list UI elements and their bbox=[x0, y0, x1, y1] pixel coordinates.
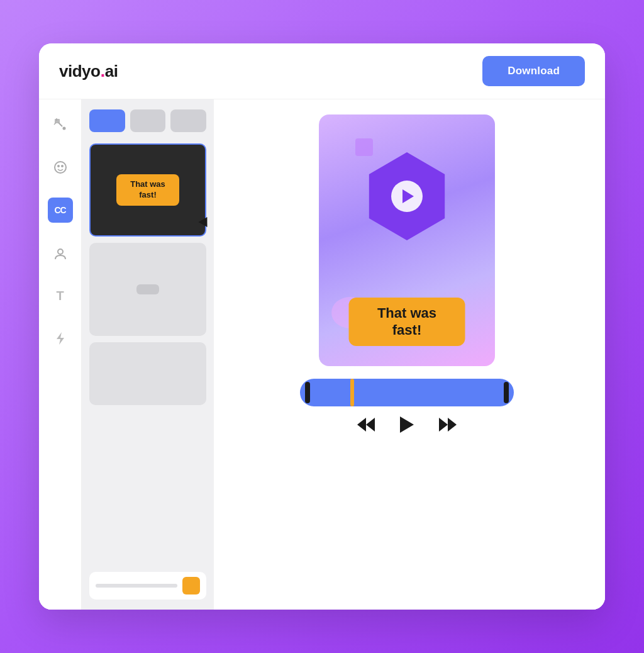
cursor-arrow bbox=[199, 217, 212, 230]
timeline-handle-right[interactable] bbox=[504, 382, 509, 403]
forward-button[interactable] bbox=[439, 418, 457, 432]
video-caption-overlay: That wasfast! bbox=[349, 298, 465, 346]
svg-line-3 bbox=[54, 123, 56, 125]
clip-caption-1: That was fast! bbox=[116, 174, 179, 206]
content-area: CC T bbox=[39, 99, 605, 610]
clip-card-1[interactable]: That was fast! bbox=[89, 143, 206, 237]
main-card: vidyo.ai Download bbox=[39, 43, 605, 610]
svg-point-8 bbox=[58, 249, 63, 254]
rewind-button[interactable] bbox=[357, 418, 375, 432]
clip-caption-2 bbox=[136, 284, 159, 294]
logo-ai: ai bbox=[105, 62, 118, 81]
svg-marker-14 bbox=[448, 418, 457, 432]
svg-marker-10 bbox=[366, 418, 375, 432]
captions-icon[interactable]: CC bbox=[48, 198, 73, 223]
purple-rect-decoration bbox=[355, 138, 373, 156]
play-icon bbox=[400, 416, 414, 433]
svg-point-2 bbox=[63, 128, 65, 130]
play-triangle-icon bbox=[402, 189, 414, 203]
hexagon-shape bbox=[363, 152, 451, 240]
preview-area: That wasfast! bbox=[214, 99, 605, 610]
panel-bottom-bar bbox=[89, 572, 206, 600]
clip-caption-text-1: That was fast! bbox=[130, 179, 165, 199]
panel-tab-1[interactable] bbox=[89, 109, 125, 132]
emoji-icon[interactable] bbox=[48, 155, 73, 180]
sidebar: CC T bbox=[39, 99, 82, 610]
logo-text: vidyo bbox=[59, 62, 100, 81]
timeline-container bbox=[229, 379, 585, 433]
panel: That was fast! bbox=[82, 99, 214, 610]
video-preview: That wasfast! bbox=[319, 114, 495, 366]
magic-wand-icon[interactable] bbox=[48, 112, 73, 137]
face-icon[interactable] bbox=[48, 240, 73, 265]
timeline-handle-left[interactable] bbox=[305, 382, 310, 403]
panel-tab-3[interactable] bbox=[170, 109, 206, 132]
timeline-playhead[interactable] bbox=[350, 379, 354, 406]
header: vidyo.ai Download bbox=[39, 43, 605, 99]
timeline-track[interactable] bbox=[300, 379, 514, 406]
forward-icon bbox=[439, 418, 457, 432]
bolt-icon[interactable] bbox=[48, 326, 73, 351]
text-icon[interactable]: T bbox=[48, 283, 73, 308]
rewind-icon bbox=[357, 418, 375, 432]
svg-point-5 bbox=[55, 162, 66, 173]
svg-marker-1 bbox=[58, 123, 62, 126]
playback-controls bbox=[357, 416, 457, 433]
logo: vidyo.ai bbox=[59, 61, 118, 81]
svg-point-6 bbox=[58, 165, 59, 167]
svg-marker-12 bbox=[400, 416, 414, 433]
panel-tab-2[interactable] bbox=[130, 109, 166, 132]
bottom-bar-color-swatch[interactable] bbox=[182, 577, 200, 594]
play-button-preview[interactable] bbox=[391, 181, 423, 212]
play-pause-button[interactable] bbox=[400, 416, 414, 433]
clip-card-2[interactable] bbox=[89, 243, 206, 336]
svg-point-7 bbox=[62, 165, 63, 167]
bottom-bar-line bbox=[96, 584, 177, 588]
svg-marker-13 bbox=[439, 418, 448, 432]
download-button[interactable]: Download bbox=[482, 56, 585, 86]
svg-marker-9 bbox=[57, 332, 64, 345]
svg-marker-11 bbox=[357, 418, 366, 432]
panel-tabs bbox=[89, 109, 206, 132]
clip-card-3[interactable] bbox=[89, 342, 206, 405]
logo-dot: . bbox=[100, 61, 104, 81]
